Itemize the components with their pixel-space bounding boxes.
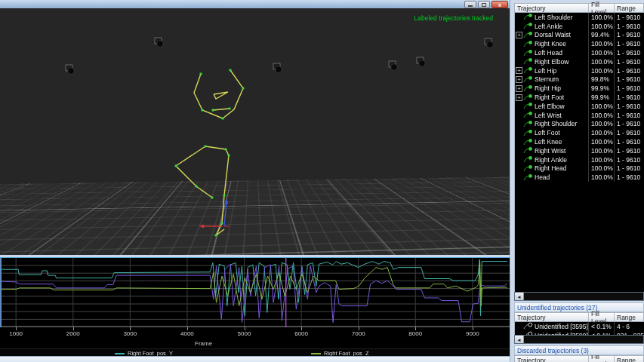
- trajectory-row[interactable]: + Right Head 100.0% 1 - 9610: [515, 164, 644, 173]
- fill-level-value: 100.0%: [588, 137, 614, 146]
- labeled-trajectory-icon: [523, 94, 534, 102]
- trajectory-name: Right Head: [535, 164, 567, 172]
- 3d-viewport[interactable]: Labeled trajectories tracked: [0, 8, 510, 255]
- minimize-button[interactable]: [464, 1, 476, 8]
- fill-level-value: 99.9%: [588, 84, 614, 93]
- scroll-left-arrow-icon[interactable]: ◄: [515, 293, 524, 300]
- range-value: 1 - 9610: [614, 48, 644, 57]
- column-trajectory[interactable]: Trajectory: [515, 5, 588, 12]
- labeled-table-header: Trajectory Fill Level Range: [514, 3, 644, 13]
- labeled-trajectory-icon: [523, 40, 534, 48]
- fill-level-value: 99.9%: [588, 93, 614, 102]
- trajectory-row[interactable]: + Right Wrist 100.0% 1 - 9610: [515, 146, 644, 155]
- column-fill-level[interactable]: Fill Level: [588, 313, 614, 321]
- trajectory-row[interactable]: + Right Shoulder 100.0% 1 - 9610: [515, 120, 644, 129]
- plot-left-border: [0, 258, 2, 327]
- unidentified-table-body: + Unidentified [3595] < 0.1% 4 - 6 +: [514, 322, 644, 335]
- range-value: 1 - 9610: [614, 13, 644, 22]
- unidentified-table-header: Trajectory Fill Level Range: [514, 312, 644, 322]
- trajectory-row[interactable]: + Left Foot 100.0% 1 - 9610: [515, 128, 644, 137]
- labeled-trajectory-icon: [523, 155, 534, 164]
- trajectory-name: Right Ankle: [535, 156, 567, 164]
- unidentified-trajectory-row[interactable]: + Unidentified [3599] < 0.1% 931 - 935: [515, 331, 644, 335]
- fill-level-value: < 0.1%: [588, 331, 614, 335]
- axis-tick-label: 8000: [405, 330, 426, 337]
- range-value: 1 - 9610: [614, 102, 644, 111]
- labeled-table-body: + Left Shoulder 100.0% 1 - 9610 +: [514, 13, 644, 292]
- legend-color-dash: [311, 353, 321, 354]
- fill-level-value: 100.0%: [588, 48, 614, 57]
- axis-tick-label: 7000: [348, 330, 369, 337]
- trajectory-row[interactable]: + Left Ankle 100.0% 1 - 9610: [515, 22, 644, 31]
- unidentified-trajectory-icon: [523, 322, 534, 330]
- fill-level-value: 100.0%: [588, 120, 614, 129]
- column-fill-level[interactable]: Fill Level: [588, 356, 614, 362]
- labeled-trajectory-icon: [523, 31, 534, 39]
- trajectory-row[interactable]: + Right Hip 99.9% 1 - 9610: [515, 84, 644, 93]
- range-value: 1 - 9610: [614, 164, 644, 173]
- trajectory-row[interactable]: + Right Knee 100.0% 1 - 9610: [515, 39, 644, 48]
- expand-icon[interactable]: +: [516, 85, 522, 92]
- labeled-trajectory-icon: [523, 13, 534, 21]
- range-value: 1 - 9610: [614, 120, 644, 129]
- column-range[interactable]: Range: [614, 356, 643, 362]
- trajectory-name: Right Hip: [535, 84, 561, 92]
- expand-icon[interactable]: +: [516, 32, 522, 38]
- trajectory-row[interactable]: + Dorsal Waist 99.4% 1 - 9610: [515, 31, 644, 40]
- trajectory-name: Left Hip: [535, 67, 556, 75]
- column-trajectory[interactable]: Trajectory: [515, 357, 588, 362]
- close-button[interactable]: x: [491, 1, 508, 8]
- axis-tick-label: 2000: [63, 330, 84, 337]
- fill-level-value: 100.0%: [588, 111, 614, 120]
- range-value: 1 - 9610: [614, 75, 644, 84]
- maximize-button[interactable]: [478, 1, 490, 8]
- fill-level-value: 99.4%: [588, 31, 614, 40]
- range-value: 1 - 9610: [614, 57, 644, 66]
- range-value: 1 - 9610: [614, 66, 644, 75]
- trajectory-row[interactable]: + Right Ankle 100.0% 1 - 9610: [515, 155, 644, 164]
- window-controls: x: [464, 1, 508, 8]
- chart-plot-area[interactable]: [0, 258, 510, 327]
- trajectory-name: Left Ankle: [535, 23, 562, 30]
- trajectory-name: Right Elbow: [535, 58, 569, 66]
- unidentified-section-header[interactable]: Unidentified trajectories (27): [514, 302, 644, 312]
- labeled-trajectory-icon: [523, 173, 534, 182]
- range-value: 1 - 9610: [614, 111, 644, 120]
- trajectory-name: Left Elbow: [535, 103, 565, 110]
- trajectory-row[interactable]: + Right Foot 99.9% 1 - 9610: [515, 93, 644, 102]
- column-range[interactable]: Range: [614, 313, 643, 321]
- trajectory-row[interactable]: + Left Wrist 100.0% 1 - 9610: [515, 111, 644, 120]
- trajectory-row[interactable]: + Sternum 99.8% 1 - 9610: [515, 75, 644, 84]
- unidentified-trajectory-row[interactable]: + Unidentified [3595] < 0.1% 4 - 6: [515, 322, 644, 331]
- trajectory-name: Right Wrist: [535, 147, 565, 155]
- trajectory-name: Right Shoulder: [535, 120, 577, 127]
- column-range[interactable]: Range: [614, 4, 643, 12]
- labeled-horizontal-scrollbar[interactable]: ◄: [514, 292, 644, 301]
- trajectory-name: Unidentified [3599]: [535, 332, 588, 335]
- trajectory-row[interactable]: + Left Head 100.0% 1 - 9610: [515, 48, 644, 57]
- viewport-titlebar[interactable]: x: [0, 0, 510, 8]
- column-trajectory[interactable]: Trajectory: [515, 314, 588, 321]
- expand-icon[interactable]: +: [516, 94, 522, 101]
- trajectory-row[interactable]: + Right Elbow 100.0% 1 - 9610: [515, 57, 644, 66]
- unidentified-horizontal-scrollbar[interactable]: ◄: [514, 335, 644, 344]
- scroll-left-arrow-icon[interactable]: ◄: [515, 336, 524, 343]
- fill-level-value: 100.0%: [588, 102, 614, 111]
- labeled-trajectory-icon: [523, 49, 534, 57]
- unidentified-trajectory-icon: [523, 331, 534, 335]
- range-value: 1 - 9610: [614, 173, 644, 182]
- discarded-section-header[interactable]: Discarded trajectories (3): [514, 345, 644, 355]
- expand-icon[interactable]: +: [516, 76, 522, 83]
- fill-level-value: 100.0%: [588, 39, 614, 48]
- trajectory-row[interactable]: + Left Shoulder 100.0% 1 - 9610: [515, 13, 644, 22]
- trajectory-row[interactable]: + Left Knee 100.0% 1 - 9610: [515, 137, 644, 146]
- range-value: 1 - 9610: [614, 128, 644, 137]
- status-message: Labeled trajectories tracked: [414, 14, 493, 22]
- trajectory-row[interactable]: + Left Hip 100.0% 1 - 9610: [515, 66, 644, 75]
- legend-color-dash: [115, 353, 125, 354]
- column-fill-level[interactable]: Fill Level: [588, 4, 614, 12]
- trajectory-row[interactable]: + Head 100.0% 1 - 9610: [515, 173, 644, 182]
- expand-icon[interactable]: +: [516, 67, 522, 74]
- trajectory-row[interactable]: + Left Elbow 100.0% 1 - 9610: [515, 102, 644, 111]
- labeled-trajectory-icon: [523, 146, 534, 155]
